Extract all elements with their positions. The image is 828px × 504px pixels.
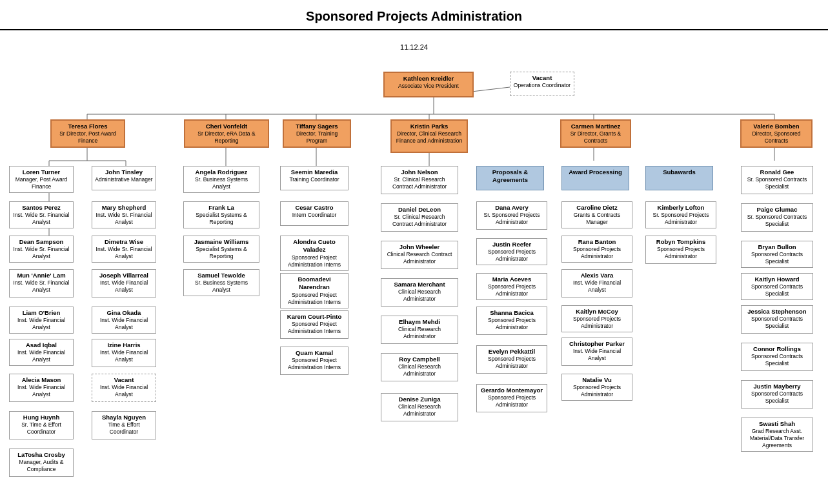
box-maria: Maria Aceves Sponsored Projects Administ… bbox=[476, 273, 547, 300]
box-kristin: Kristin Parks Director, Clinical Researc… bbox=[390, 119, 468, 153]
box-vacant-ops: Vacant Operations Coordinator bbox=[510, 72, 574, 96]
box-swasti: Swasti Shah Grad Research Asst. Material… bbox=[741, 418, 813, 452]
box-connor: Connor Rollings Sponsored Contracts Spec… bbox=[741, 343, 813, 371]
box-justin-m: Justin Mayberry Sponsored Contracts Spec… bbox=[741, 380, 813, 408]
box-kimberly: Kimberly Lofton Sr. Sponsored Projects A… bbox=[645, 201, 716, 228]
box-alexis: Alexis Vara Inst. Wide Financial Analyst bbox=[561, 269, 632, 297]
box-chris: Christopher Parker Inst. Wide Financial … bbox=[561, 338, 632, 366]
box-kaitlyn-h: Kaitlyn Howard Sponsored Contracts Speci… bbox=[741, 273, 813, 300]
box-kaitlyn-m: Kaitlyn McCoy Sponsored Projects Adminis… bbox=[561, 305, 632, 332]
box-gerardo: Gerardo Montemayor Sponsored Projects Ad… bbox=[476, 384, 547, 412]
box-angela: Angela Rodriguez Sr. Business Systems An… bbox=[183, 166, 259, 193]
box-award-proc: Award Processing bbox=[561, 166, 629, 190]
box-valerie: Valerie Bomben Director, Sponsored Contr… bbox=[740, 119, 813, 148]
box-loren: Loren Turner Manager, Post Award Finance bbox=[9, 166, 74, 193]
box-john-t: John Tinsley Administrative Manager bbox=[92, 166, 156, 190]
box-boomadevi: Boomadevi Narendran Sponsored Project Ad… bbox=[280, 273, 348, 308]
box-quam: Quam Kamal Sponsored Project Administrat… bbox=[280, 347, 348, 375]
box-dean: Dean Sampson Inst. Wide Sr. Financial An… bbox=[9, 236, 74, 263]
box-jasmaine: Jasmaine Williams Specialist Systems & R… bbox=[183, 236, 259, 263]
box-dana-avery: Dana Avery Sr. Sponsored Projects Admini… bbox=[476, 201, 547, 230]
page-title: Sponsored Projects Administration bbox=[0, 0, 828, 30]
box-alecia: Alecia Mason Inst. Wide Financial Analys… bbox=[9, 374, 74, 402]
box-shanna: Shanna Bacica Sponsored Projects Adminis… bbox=[476, 307, 547, 335]
box-subawards: Subawards bbox=[645, 166, 713, 190]
box-dimetra: Dimetra Wise Inst. Wide Sr. Financial An… bbox=[92, 236, 156, 263]
box-alondra: Alondra Cueto Valadez Sponsored Project … bbox=[280, 236, 348, 271]
box-robyn: Robyn Tompkins Sponsored Projects Admini… bbox=[645, 236, 716, 264]
footer-date: 11.12.24 bbox=[0, 37, 828, 51]
box-john-w: John Wheeler Clinical Research Contract … bbox=[381, 241, 458, 269]
box-natalie: Natalie Vu Sponsored Projects Administra… bbox=[561, 374, 632, 401]
box-justin-r: Justin Reefer Sponsored Projects Adminis… bbox=[476, 238, 547, 265]
box-teresa: Teresa Flores Sr Director, Post Award Fi… bbox=[50, 119, 125, 148]
box-denise: Denise Zuniga Clinical Research Administ… bbox=[381, 393, 458, 421]
box-samuel: Samuel Tewolde Sr. Business Systems Anal… bbox=[183, 269, 259, 296]
box-shayla: Shayla Nguyen Time & Effort Coordinator bbox=[92, 411, 156, 439]
box-caroline: Caroline Dietz Grants & Contracts Manage… bbox=[561, 201, 632, 228]
box-latosha: LaTosha Crosby Manager, Audits & Complia… bbox=[9, 449, 74, 477]
box-gina: Gina Okada Inst. Wide Financial Analyst bbox=[92, 307, 156, 334]
box-karem: Karem Court-Pinto Sponsored Project Admi… bbox=[280, 310, 348, 339]
box-roy: Roy Campbell Clinical Research Administr… bbox=[381, 353, 458, 381]
box-hung: Hung Huynh Sr. Time & Effort Coordinator bbox=[9, 411, 74, 439]
box-evelyn: Evelyn Pekkattil Sponsored Projects Admi… bbox=[476, 345, 547, 374]
box-kathleen: Kathleen Kreidler Associate Vice Preside… bbox=[383, 72, 474, 97]
box-vacant-fa: Vacant Inst. Wide Financial Analyst bbox=[92, 374, 156, 402]
box-seemin: Seemin Maredia Training Coordinator bbox=[280, 166, 348, 190]
box-cesar: Cesar Castro Intern Coordinator bbox=[280, 201, 348, 226]
box-annie: Mun 'Annie' Lam Inst. Wide Sr. Financial… bbox=[9, 269, 74, 297]
box-paige: Paige Glumac Sr. Sponsored Contracts Spe… bbox=[741, 203, 813, 232]
box-elhaym: Elhaym Mehdi Clinical Research Administr… bbox=[381, 316, 458, 344]
box-jessica: Jessica Stephenson Sponsored Contracts S… bbox=[741, 305, 813, 334]
box-carmen: Carmen Martinez Sr Director, Grants & Co… bbox=[560, 119, 631, 148]
box-tiffany: Tiffany Sagers Director, Training Progra… bbox=[283, 119, 351, 148]
box-liam: Liam O'Brien Inst. Wide Financial Analys… bbox=[9, 307, 74, 334]
box-proposals: Proposals & Agreements bbox=[476, 166, 544, 190]
box-cheri: Cheri Vonfeldt Sr Director, eRA Data & R… bbox=[184, 119, 269, 148]
box-joseph: Joseph Villarreal Inst. Wide Financial A… bbox=[92, 269, 156, 297]
box-asad: Asad Iqbal Inst. Wide Financial Analyst bbox=[9, 339, 74, 366]
box-samara: Samara Merchant Clinical Research Admini… bbox=[381, 278, 458, 307]
box-bryan: Bryan Bullon Sponsored Contracts Special… bbox=[741, 241, 813, 268]
box-ronald: Ronald Gee Sr. Sponsored Contracts Speci… bbox=[741, 166, 813, 194]
box-izine: Izine Harris Inst. Wide Financial Analys… bbox=[92, 339, 156, 367]
box-mary: Mary Shepherd Inst. Wide Sr. Financial A… bbox=[92, 201, 156, 228]
box-santos: Santos Perez Inst. Wide Sr. Financial An… bbox=[9, 201, 74, 228]
box-john-n: John Nelson Sr. Clinical Research Contra… bbox=[381, 166, 458, 194]
box-daniel: Daniel DeLeon Sr. Clinical Research Cont… bbox=[381, 203, 458, 232]
box-rana: Rana Banton Sponsored Projects Administr… bbox=[561, 236, 632, 263]
box-frank: Frank La Specialist Systems & Reporting bbox=[183, 201, 259, 228]
